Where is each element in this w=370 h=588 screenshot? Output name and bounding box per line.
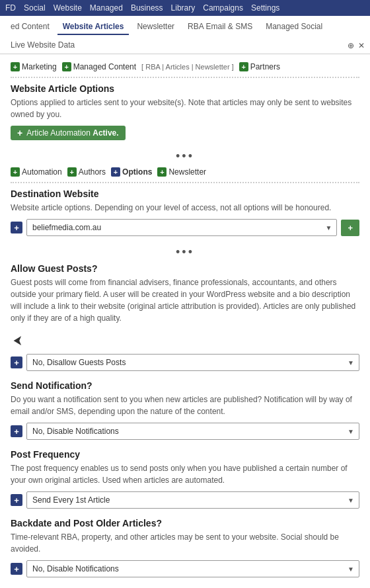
website-article-options-section: Website Article Options Options applied … [11,83,359,140]
guest-posts-plus-icon[interactable]: + [11,357,22,368]
post-frequency-desc: The post frequency enables us to send po… [11,462,359,486]
destination-website-select[interactable]: beliefmedia.com.au [26,219,337,236]
destination-add-button[interactable]: + [341,220,359,236]
notification-plus-icon[interactable]: + [11,425,22,437]
guest-posts-select-wrap: No, Disallow Guests Posts Yes, Allow Gue… [26,354,359,371]
post-frequency-plus-icon[interactable]: + [11,494,22,506]
post-frequency-select-wrap: Send Every 1st Article Send Every 2nd Ar… [26,491,359,509]
subnav-marketing[interactable]: + Marketing [11,62,57,71]
tab-live-website-data[interactable]: Live Website Data [5,38,80,54]
newsletter-plus-icon: + [157,167,166,177]
destination-website-row: + beliefmedia.com.au ▼ + [11,219,359,236]
send-notification-title: Send Notification? [11,380,359,391]
arrow-indicator: ➤ [11,329,359,351]
bracket-text: [ RBA | Articles | Newsletter ] [141,63,234,71]
arrow-icon: ➤ [14,331,23,349]
destination-plus-icon[interactable]: + [11,222,22,233]
subnav-newsletter[interactable]: + Newsletter [157,167,206,177]
subnav-secondary: + Automation + Authors + Options + Newsl… [11,167,359,177]
subnav-options[interactable]: + Options [111,167,152,177]
post-frequency-select[interactable]: Send Every 1st Article Send Every 2nd Ar… [26,491,359,509]
subnav-managed-content[interactable]: + Managed Content [62,62,136,71]
tab-ed-content[interactable]: ed Content [5,19,55,35]
notification-select-wrap: No, Disable Notifications Yes, Enable No… [26,423,359,440]
tab-rba-email-sms[interactable]: RBA Email & SMS [182,19,258,35]
post-frequency-title: Post Frequency [11,449,359,460]
tab-bar: ed Content Website Articles Newsletter R… [0,16,370,54]
backdate-desc: Time-relevant RBA, property, and other a… [11,531,359,555]
dots-2: ••• [11,245,359,259]
tab-website-articles[interactable]: Website Articles [57,19,130,35]
tab-newsletter[interactable]: Newsletter [131,19,180,35]
post-frequency-section: Post Frequency The post frequency enable… [11,449,359,509]
options-plus-icon: + [111,167,120,177]
dots-1: ••• [11,149,359,163]
managed-content-label: Managed Content [73,62,136,71]
allow-guest-posts-section: Allow Guest Posts? Guest posts will come… [11,263,359,371]
globe-icon[interactable]: ⊕ [348,41,354,50]
notification-select-container: + No, Disable Notifications Yes, Enable … [11,423,359,440]
automation-plus-icon2: + [11,167,20,177]
backdate-select[interactable]: No, Disable Notifications Yes, Enable [26,560,359,577]
managed-content-plus-icon: + [62,62,71,71]
subnav-authors[interactable]: + Authors [67,167,106,177]
authors-plus-icon: + [67,167,77,177]
main-content: + Marketing + Managed Content [ RBA | Ar… [0,54,370,588]
automation-label: Article Automation Active. [26,128,118,138]
destination-select-wrap: beliefmedia.com.au ▼ [26,219,337,236]
website-article-options-title: Website Article Options [11,83,359,94]
allow-guest-posts-title: Allow Guest Posts? [11,263,359,274]
tab-managed-social[interactable]: Managed Social [260,19,328,35]
send-notification-section: Send Notification? Do you want a notific… [11,380,359,440]
send-notification-desc: Do you want a notification sent to you w… [11,394,359,417]
post-frequency-select-container: + Send Every 1st Article Send Every 2nd … [11,491,359,509]
marketing-label: Marketing [22,62,57,71]
automation-plus-icon: + [17,128,22,138]
website-article-options-desc: Options applied to articles sent to your… [11,97,359,120]
backdate-select-container: + No, Disable Notifications Yes, Enable … [11,560,359,577]
partners-plus-icon: + [239,62,248,71]
nav-settings[interactable]: Settings [251,3,279,13]
notification-select[interactable]: No, Disable Notifications Yes, Enable No… [26,423,359,440]
divider-2 [11,182,359,183]
backdate-title: Backdate and Post Older Articles? [11,518,359,528]
guest-posts-select[interactable]: No, Disallow Guests Posts Yes, Allow Gue… [26,354,359,371]
guest-posts-select-container: + No, Disallow Guests Posts Yes, Allow G… [11,354,359,371]
nav-fd[interactable]: FD [5,3,16,13]
authors-label: Authors [79,167,106,177]
article-automation-badge[interactable]: + Article Automation Active. [11,126,126,140]
nav-business[interactable]: Business [131,3,163,13]
automation-nav-label: Automation [22,167,62,177]
tab-icons: ⊕ ✕ [348,41,365,50]
nav-website[interactable]: Website [54,3,82,13]
close-icon[interactable]: ✕ [358,41,365,50]
backdate-section: Backdate and Post Older Articles? Time-r… [11,518,359,577]
newsletter-label: Newsletter [168,167,206,177]
nav-campaigns[interactable]: Campaigns [203,3,243,13]
options-label: Options [122,167,152,177]
nav-library[interactable]: Library [171,3,196,13]
nav-social[interactable]: Social [24,3,46,13]
subnav-primary: + Marketing + Managed Content [ RBA | Ar… [11,62,359,71]
subnav-automation[interactable]: + Automation [11,167,62,177]
partners-label: Partners [250,62,280,71]
divider-1 [11,77,359,78]
marketing-plus-icon: + [11,62,20,71]
top-navigation: FD Social Website Managed Business Libra… [0,0,370,16]
destination-website-title: Destination Website [11,189,359,199]
destination-website-section: Destination Website Website article opti… [11,189,359,236]
subnav-partners[interactable]: + Partners [239,62,280,71]
destination-website-desc: Website article options. Depending on yo… [11,202,359,214]
allow-guest-posts-desc: Guest posts will come from financial adv… [11,276,359,324]
backdate-plus-icon[interactable]: + [11,563,22,575]
backdate-select-wrap: No, Disable Notifications Yes, Enable ▼ [26,560,359,577]
nav-managed[interactable]: Managed [90,3,123,13]
